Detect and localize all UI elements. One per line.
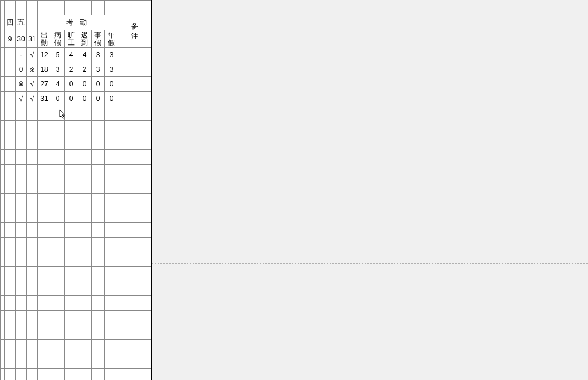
table-row xyxy=(1,340,151,354)
cell-nianjia: 0 xyxy=(105,77,118,92)
cell-kuanggong: 4 xyxy=(65,48,78,62)
empty-cell xyxy=(92,325,105,340)
empty-cell xyxy=(16,296,27,311)
empty-cell xyxy=(51,165,65,179)
table-row xyxy=(1,179,151,194)
empty-cell xyxy=(118,281,151,296)
day-31: 31 xyxy=(27,30,38,48)
empty-cell xyxy=(118,296,151,311)
empty-cell xyxy=(92,281,105,296)
empty-cell xyxy=(78,135,92,150)
empty-cell xyxy=(78,238,92,252)
empty-cell xyxy=(38,311,51,325)
empty-cell xyxy=(118,106,151,121)
empty-cell xyxy=(78,354,92,369)
empty-cell xyxy=(105,223,118,238)
empty-cell xyxy=(51,369,65,381)
empty-cell xyxy=(51,194,65,208)
empty-cell xyxy=(5,223,16,238)
empty-cell xyxy=(16,267,27,281)
empty-cell xyxy=(78,296,92,311)
empty-cell xyxy=(16,106,27,121)
empty-cell xyxy=(92,296,105,311)
cell-bingjia: 3 xyxy=(51,62,65,77)
empty-cell xyxy=(16,194,27,208)
cell-chuqin: 31 xyxy=(38,92,51,106)
table-row xyxy=(1,238,151,252)
empty-cell xyxy=(105,208,118,223)
empty-cell xyxy=(16,311,27,325)
cell-c30: θ xyxy=(16,62,27,77)
empty-cell xyxy=(78,150,92,165)
empty-cell xyxy=(27,208,38,223)
table-row xyxy=(1,296,151,311)
cell-chidao: 0 xyxy=(78,77,92,92)
cell-c31: √ xyxy=(27,48,38,62)
empty-cell xyxy=(78,252,92,267)
empty-cell xyxy=(118,150,151,165)
table-row: θ※1832233 xyxy=(1,62,151,77)
empty-cell xyxy=(78,281,92,296)
table-row xyxy=(1,208,151,223)
cell-remark xyxy=(118,92,151,106)
cell-shijia: 3 xyxy=(92,62,105,77)
empty-cell xyxy=(5,150,16,165)
empty-cell xyxy=(5,165,16,179)
cell-kuanggong: 0 xyxy=(65,92,78,106)
empty-cell xyxy=(38,106,51,121)
cell-shijia: 3 xyxy=(92,48,105,62)
table-row xyxy=(1,106,151,121)
empty-cell xyxy=(27,369,38,381)
empty-cell xyxy=(78,325,92,340)
empty-cell xyxy=(92,340,105,354)
empty-cell xyxy=(92,223,105,238)
empty-cell xyxy=(65,252,78,267)
table-row xyxy=(1,354,151,369)
day-30: 30 xyxy=(16,30,27,48)
attendance-sheet: 四 五 考 勤 备 注 9 30 31 出勤 病假 旷工 迟到 事假 年假 -√… xyxy=(0,0,152,380)
empty-cell xyxy=(118,340,151,354)
empty-cell xyxy=(16,135,27,150)
empty-cell xyxy=(105,179,118,194)
empty-cell xyxy=(38,150,51,165)
empty-cell xyxy=(105,121,118,135)
empty-cell xyxy=(5,238,16,252)
empty-cell xyxy=(51,179,65,194)
empty-cell xyxy=(16,150,27,165)
empty-cell xyxy=(65,106,78,121)
empty-cell xyxy=(105,267,118,281)
cell-c29 xyxy=(5,62,16,77)
cell-bingjia: 0 xyxy=(51,92,65,106)
cell-c30: √ xyxy=(16,92,27,106)
empty-cell xyxy=(27,267,38,281)
table-row xyxy=(1,369,151,381)
empty-cell xyxy=(118,223,151,238)
empty-cell xyxy=(92,135,105,150)
empty-cell xyxy=(5,121,16,135)
empty-cell xyxy=(65,165,78,179)
empty-cell xyxy=(38,121,51,135)
empty-cell xyxy=(65,281,78,296)
empty-cell xyxy=(38,281,51,296)
empty-cell xyxy=(5,296,16,311)
empty-cell xyxy=(38,135,51,150)
empty-cell xyxy=(78,106,92,121)
day-29: 9 xyxy=(5,30,16,48)
empty-cell xyxy=(38,354,51,369)
cell-nianjia: 3 xyxy=(105,62,118,77)
empty-cell xyxy=(78,369,92,381)
empty-cell xyxy=(5,325,16,340)
empty-cell xyxy=(27,252,38,267)
empty-cell xyxy=(92,354,105,369)
empty-cell xyxy=(16,281,27,296)
empty-cell xyxy=(105,340,118,354)
col-chidao: 迟到 xyxy=(78,30,92,48)
cell-chidao: 0 xyxy=(78,92,92,106)
empty-cell xyxy=(5,281,16,296)
empty-cell xyxy=(78,223,92,238)
cell-remark xyxy=(118,48,151,62)
empty-cell xyxy=(27,150,38,165)
empty-cell xyxy=(65,238,78,252)
empty-cell xyxy=(51,223,65,238)
empty-cell xyxy=(38,194,51,208)
